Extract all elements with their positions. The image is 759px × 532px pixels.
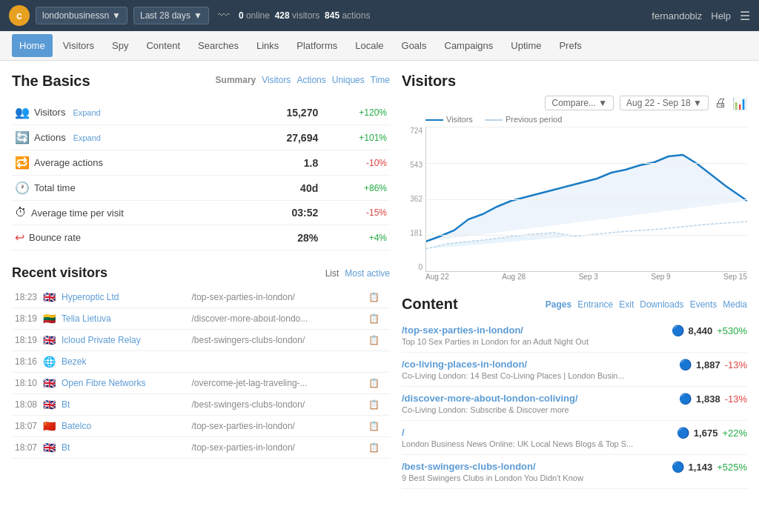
tab-time[interactable]: Time xyxy=(371,75,390,85)
nav-uptime[interactable]: Uptime xyxy=(503,34,548,57)
date-range-display[interactable]: Aug 22 - Sep 18 ▼ xyxy=(620,96,709,110)
visitor-name[interactable]: Open Fibre Networks xyxy=(59,373,188,394)
content-desc: 9 Best Swingers Clubs in London You Didn… xyxy=(402,473,583,482)
visitor-flag: 🇬🇧 xyxy=(40,330,59,351)
content-change: -13% xyxy=(725,359,747,370)
content-url[interactable]: /discover-more-about-london-coliving/ xyxy=(402,393,578,404)
nav-home[interactable]: Home xyxy=(12,34,53,57)
nav-visitors[interactable]: Visitors xyxy=(56,34,102,57)
x-label-sep3: Sep 3 xyxy=(579,273,598,281)
visitor-detail-icon[interactable]: 📋 xyxy=(365,287,390,308)
tab-uniques[interactable]: Uniques xyxy=(332,75,365,85)
visitor-url[interactable]: /top-sex-parties-in-london/ xyxy=(189,437,365,459)
tab-events[interactable]: Events xyxy=(690,299,717,310)
metric-row-avg-time: ⏱ Average time per visit 03:52 -15% xyxy=(12,201,390,225)
recent-header: Recent visitors List Most active xyxy=(12,265,390,281)
content-url[interactable]: /top-sex-parties-in-london/ xyxy=(402,325,589,336)
visitors-chart-title: Visitors xyxy=(402,73,456,90)
nav-searches[interactable]: Searches xyxy=(190,34,246,57)
compare-dropdown[interactable]: Compare... ▼ xyxy=(545,96,614,110)
content-tabs: Pages Entrance Exit Downloads Events Med… xyxy=(546,299,747,310)
x-label-aug28: Aug 28 xyxy=(502,273,526,281)
nav-prefs[interactable]: Prefs xyxy=(551,34,589,57)
nav-links[interactable]: Links xyxy=(249,34,286,57)
legend-visitors: Visitors xyxy=(425,115,473,124)
visitor-url[interactable]: /overcome-jet-lag-traveling-... xyxy=(189,373,365,394)
most-active-link[interactable]: Most active xyxy=(345,268,390,279)
content-url[interactable]: / xyxy=(402,427,633,438)
visitor-name[interactable]: Icloud Private Relay xyxy=(59,330,188,351)
nav-locale[interactable]: Locale xyxy=(348,34,391,57)
basics-section: The Basics Summary Visitors Actions Uniq… xyxy=(12,73,390,250)
visitor-name[interactable]: Hyperoptic Ltd xyxy=(59,287,188,308)
tab-pages[interactable]: Pages xyxy=(546,299,571,310)
content-desc: London Business News Online: UK Local Ne… xyxy=(402,439,633,448)
visitor-flag: 🇨🇳 xyxy=(40,416,59,437)
tab-exit[interactable]: Exit xyxy=(619,299,634,310)
visitor-time: 18:19 xyxy=(12,308,40,330)
visitor-url[interactable]: /best-swingers-clubs-london/ xyxy=(189,394,365,416)
visitor-row: 18:08 🇬🇧 Bt /best-swingers-clubs-london/… xyxy=(12,394,390,416)
metric-row-actions: 🔄 Actions Expand 27,694 +101% xyxy=(12,125,390,150)
visitor-detail-icon[interactable]: 📋 xyxy=(365,394,390,416)
content-url[interactable]: /co-living-places-in-london/ xyxy=(402,359,625,370)
visitor-name[interactable]: Telia Lietuva xyxy=(59,308,188,330)
chart-icon[interactable]: 〰 xyxy=(218,9,230,22)
visitor-detail-icon[interactable]: 📋 xyxy=(365,416,390,437)
visitor-url[interactable]: /top-sex-parties-in-london/ xyxy=(189,287,365,308)
export-icon[interactable]: 🖨 xyxy=(715,96,726,110)
date-range-selector[interactable]: Last 28 days ▼ xyxy=(133,7,209,24)
visitor-url[interactable]: /top-sex-parties-in-london/ xyxy=(189,416,365,437)
site-selector[interactable]: londonbusinessn ▼ xyxy=(36,7,127,24)
visitor-detail-icon[interactable]: 📋 xyxy=(365,373,390,394)
metrics-table: 👥 Visitors Expand 15,270 +120% 🔄 Actions… xyxy=(12,100,390,250)
metric-label: 🔄 Actions Expand xyxy=(15,130,242,144)
content-url[interactable]: /best-swingers-clubs-london/ xyxy=(402,461,583,472)
visitor-name[interactable]: Bt xyxy=(59,437,188,459)
tab-actions[interactable]: Actions xyxy=(296,75,325,85)
expand-actions[interactable]: Expand xyxy=(73,133,101,142)
visitor-flag: 🇬🇧 xyxy=(40,394,59,416)
menu-icon[interactable]: ☰ xyxy=(740,9,750,23)
content-icon: 🔵 xyxy=(672,461,684,473)
visitor-detail-icon[interactable]: 📋 xyxy=(365,330,390,351)
visitor-name[interactable]: Bt xyxy=(59,394,188,416)
visitor-detail-icon[interactable]: 📋 xyxy=(365,308,390,330)
nav-content[interactable]: Content xyxy=(139,34,188,57)
nav-goals[interactable]: Goals xyxy=(394,34,434,57)
visitor-row: 18:07 🇨🇳 Batelco /top-sex-parties-in-lon… xyxy=(12,416,390,437)
help-link[interactable]: Help xyxy=(711,10,731,21)
visitor-row: 18:23 🇬🇧 Hyperoptic Ltd /top-sex-parties… xyxy=(12,287,390,308)
visitor-detail-icon xyxy=(365,351,390,373)
visitor-name[interactable]: Bezek xyxy=(59,351,188,373)
logo: c xyxy=(9,5,30,26)
content-desc: Co-Living London: 14 Best Co-Living Plac… xyxy=(402,371,625,380)
tab-entrance[interactable]: Entrance xyxy=(577,299,613,310)
visitor-name[interactable]: Batelco xyxy=(59,416,188,437)
content-title: Content xyxy=(402,296,458,313)
metric-label: 🔁 Average actions xyxy=(15,156,242,170)
visitor-url[interactable] xyxy=(189,351,365,373)
tab-media[interactable]: Media xyxy=(723,299,747,310)
tab-visitors[interactable]: Visitors xyxy=(262,75,291,85)
nav-platforms[interactable]: Platforms xyxy=(289,34,345,57)
content-item: /top-sex-parties-in-london/ Top 10 Sex P… xyxy=(402,319,747,353)
visitor-url[interactable]: /best-swingers-clubs-london/ xyxy=(189,330,365,351)
visitor-url[interactable]: /discover-more-about-londo... xyxy=(189,308,365,330)
visitors-chart-section: Visitors Compare... ▼ Aug 22 - Sep 18 ▼ … xyxy=(402,73,747,281)
x-label-aug22: Aug 22 xyxy=(425,273,449,281)
nav-campaigns[interactable]: Campaigns xyxy=(437,34,501,57)
recent-visitors-title: Recent visitors xyxy=(12,265,107,281)
content-count: 1,887 xyxy=(696,359,720,370)
bar-chart-icon[interactable]: 📊 xyxy=(732,96,747,110)
content-icon: 🔵 xyxy=(677,427,689,439)
username-link[interactable]: fernandobiz xyxy=(652,10,702,21)
metric-label: ⏱ Average time per visit xyxy=(15,206,242,219)
expand-visitors[interactable]: Expand xyxy=(73,108,100,117)
tab-downloads[interactable]: Downloads xyxy=(640,299,683,310)
visitor-row: 18:19 🇬🇧 Icloud Private Relay /best-swin… xyxy=(12,330,390,351)
metric-value: 40d xyxy=(245,176,321,201)
visitor-detail-icon[interactable]: 📋 xyxy=(365,437,390,459)
content-desc: Co-Living London: Subscribe & Discover m… xyxy=(402,405,578,414)
nav-spy[interactable]: Spy xyxy=(105,34,136,57)
